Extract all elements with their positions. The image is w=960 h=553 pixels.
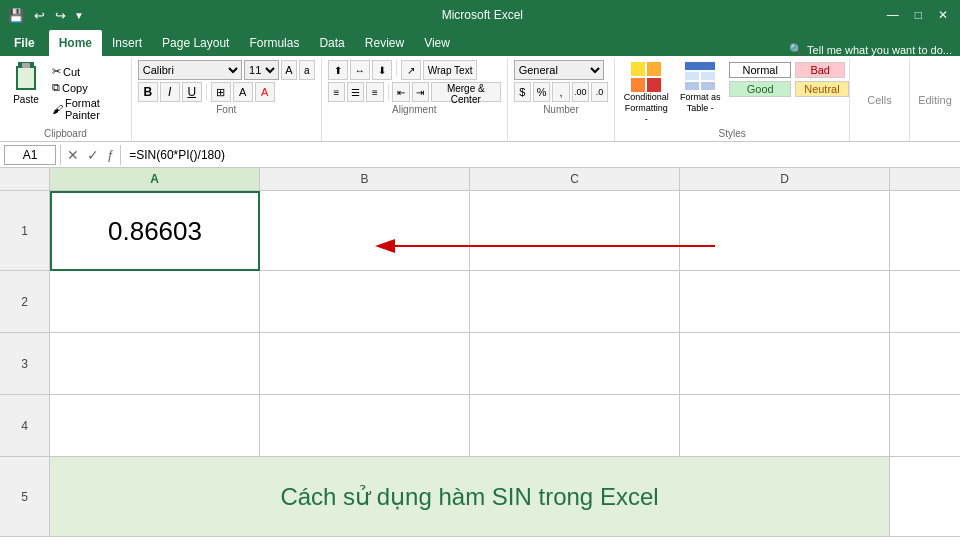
align-center-btn[interactable]: ☰ [347, 82, 364, 102]
col-header-c[interactable]: C [470, 168, 680, 190]
cell-reference-box[interactable] [4, 145, 56, 165]
grid-row-4 [50, 395, 960, 457]
neutral-style[interactable]: Neutral [795, 81, 848, 97]
spreadsheet: A B C D 1 2 3 [0, 168, 960, 537]
conditional-formatting-button[interactable]: Conditional Formatting - [621, 60, 671, 126]
cut-button[interactable]: ✂ Cut [48, 64, 125, 79]
cell-d1[interactable] [680, 191, 890, 271]
cell-a5[interactable]: Cách sử dụng hàm SIN trong Excel [50, 457, 890, 537]
insert-function-btn[interactable]: ƒ [105, 147, 116, 162]
confirm-formula-btn[interactable]: ✓ [85, 147, 101, 163]
svg-rect-6 [631, 78, 645, 92]
currency-btn[interactable]: $ [514, 82, 531, 102]
svg-rect-8 [685, 62, 715, 70]
font-color-btn[interactable]: A [255, 82, 275, 102]
cell-c2[interactable] [470, 271, 680, 333]
percent-btn[interactable]: % [533, 82, 550, 102]
cancel-formula-btn[interactable]: ✕ [65, 147, 81, 163]
tab-page-layout[interactable]: Page Layout [152, 30, 239, 56]
cell-a3[interactable] [50, 333, 260, 395]
cell-b4[interactable] [260, 395, 470, 457]
tab-insert[interactable]: Insert [102, 30, 152, 56]
border-btn[interactable]: ⊞ [211, 82, 231, 102]
format-table-button[interactable]: Format as Table - [675, 60, 725, 116]
paste-icon [12, 62, 40, 94]
row-header-3[interactable]: 3 [0, 333, 49, 395]
align-right-btn[interactable]: ≡ [366, 82, 383, 102]
app-title: Microsoft Excel [86, 8, 879, 22]
cells-group: Cells [850, 58, 910, 141]
cell-a2[interactable] [50, 271, 260, 333]
spreadsheet-body: 1 2 3 4 5 0.8660 [0, 191, 960, 537]
cell-c3[interactable] [470, 333, 680, 395]
good-style[interactable]: Good [729, 81, 791, 97]
align-bottom-btn[interactable]: ⬇ [372, 60, 392, 80]
format-painter-button[interactable]: 🖌 Format Painter [48, 96, 125, 122]
row-header-4[interactable]: 4 [0, 395, 49, 457]
align-top-btn[interactable]: ⬆ [328, 60, 348, 80]
merge-center-btn[interactable]: Merge & Center [431, 82, 501, 102]
minimize-btn[interactable]: — [879, 6, 907, 24]
spreadsheet-wrapper: A B C D 1 2 3 [0, 168, 960, 537]
cell-c1[interactable] [470, 191, 680, 271]
cell-b3[interactable] [260, 333, 470, 395]
row-header-5[interactable]: 5 [0, 457, 49, 537]
row-header-1[interactable]: 1 [0, 191, 49, 271]
copy-button[interactable]: ⧉ Copy [48, 80, 125, 95]
cell-b2[interactable] [260, 271, 470, 333]
undo-btn[interactable]: ↩ [30, 6, 49, 25]
col-header-d[interactable]: D [680, 168, 890, 190]
grid-row-5: Cách sử dụng hàm SIN trong Excel [50, 457, 960, 537]
underline-btn[interactable]: U [182, 82, 202, 102]
dropdown-btn[interactable]: ▼ [72, 8, 86, 23]
cell-a4[interactable] [50, 395, 260, 457]
wrap-text-btn[interactable]: Wrap Text [423, 60, 478, 80]
col-header-a[interactable]: A [50, 168, 260, 190]
col-header-b[interactable]: B [260, 168, 470, 190]
cell-d3[interactable] [680, 333, 890, 395]
increase-decimal-btn[interactable]: .0 [591, 82, 608, 102]
normal-style[interactable]: Normal [729, 62, 791, 78]
tab-data[interactable]: Data [309, 30, 354, 56]
tab-view[interactable]: View [414, 30, 460, 56]
decrease-indent-btn[interactable]: ⇤ [392, 82, 409, 102]
svg-rect-2 [18, 68, 34, 88]
font-family-select[interactable]: Calibri [138, 60, 242, 80]
cell-d2[interactable] [680, 271, 890, 333]
tab-review[interactable]: Review [355, 30, 414, 56]
paste-button[interactable]: Paste [6, 60, 46, 107]
alignment-group: ⬆ ↔ ⬇ ↗ Wrap Text ≡ ☰ ≡ ⇤ ⇥ Merge & Cent… [322, 58, 508, 141]
search-bar: 🔍 Tell me what you want to do... [781, 43, 960, 56]
increase-indent-btn[interactable]: ⇥ [412, 82, 429, 102]
tab-file[interactable]: File [0, 30, 49, 56]
align-left-btn[interactable]: ≡ [328, 82, 345, 102]
cell-c4[interactable] [470, 395, 680, 457]
decrease-font-btn[interactable]: a [299, 60, 315, 80]
grid-row-2 [50, 271, 960, 333]
svg-rect-7 [647, 78, 661, 92]
bold-btn[interactable]: B [138, 82, 158, 102]
align-middle-btn[interactable]: ↔ [350, 60, 370, 80]
decrease-decimal-btn[interactable]: .00 [572, 82, 589, 102]
formula-input[interactable] [125, 148, 956, 162]
corner-cell [0, 168, 50, 190]
bad-style[interactable]: Bad [795, 62, 845, 78]
cell-b1[interactable] [260, 191, 470, 271]
tab-formulas[interactable]: Formulas [239, 30, 309, 56]
italic-btn[interactable]: I [160, 82, 180, 102]
number-format-select[interactable]: General [514, 60, 604, 80]
cell-a1[interactable]: 0.86603 [50, 191, 260, 271]
close-btn[interactable]: ✕ [930, 6, 956, 24]
tab-home[interactable]: Home [49, 30, 102, 56]
text-orient-btn[interactable]: ↗ [401, 60, 421, 80]
cell-d4[interactable] [680, 395, 890, 457]
increase-font-btn[interactable]: A [281, 60, 297, 80]
font-size-select[interactable]: 11 [244, 60, 279, 80]
row-header-2[interactable]: 2 [0, 271, 49, 333]
redo-btn[interactable]: ↪ [51, 6, 70, 25]
fill-color-btn[interactable]: A [233, 82, 253, 102]
comma-btn[interactable]: , [552, 82, 569, 102]
save-btn[interactable]: 💾 [4, 6, 28, 25]
maximize-btn[interactable]: □ [907, 6, 930, 24]
clipboard-group: Paste ✂ Cut ⧉ Copy 🖌 Format Painter Clip… [0, 58, 132, 141]
